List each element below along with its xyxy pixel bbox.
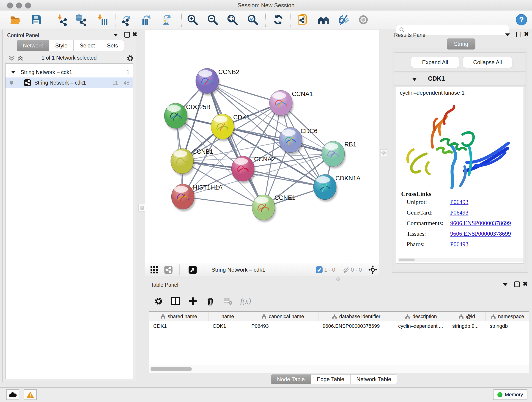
collapse-all-button[interactable]: Collapse All — [463, 57, 512, 68]
navigator-icon[interactable] — [188, 265, 197, 274]
import-network-database-icon[interactable] — [75, 13, 88, 26]
cloud-button[interactable] — [6, 389, 19, 400]
zoom-fit-icon[interactable] — [226, 13, 239, 26]
gear-icon[interactable] — [126, 54, 134, 62]
table-row[interactable]: CDK1CDK1P064939606.ENSP00000378699cyclin… — [149, 321, 529, 331]
tab-edge-table[interactable]: Edge Table — [311, 375, 351, 384]
tab-sets[interactable]: Sets — [101, 40, 124, 51]
function-builder-icon[interactable]: f(x) — [240, 296, 251, 306]
table-cell[interactable]: cyclin–dependent ... — [394, 321, 448, 331]
network-node-CDK1[interactable]: CDK1 — [211, 114, 250, 141]
column-header-namespace[interactable]: namespace — [486, 312, 529, 321]
network-row[interactable]: String Network – cdk1 11 48 — [6, 77, 133, 88]
control-panel-menu-icon[interactable] — [114, 34, 118, 36]
network-node-RB1[interactable]: RB1 — [322, 141, 356, 168]
delete-column-icon[interactable] — [205, 296, 215, 306]
add-column-icon[interactable] — [188, 296, 198, 306]
zoom-in-icon[interactable] — [186, 13, 199, 26]
column-header-description[interactable]: description — [394, 312, 448, 321]
column-header-canonical-name[interactable]: canonical name — [247, 312, 318, 321]
help-icon[interactable]: ? — [515, 13, 528, 26]
export-image-icon[interactable] — [160, 13, 173, 26]
left-splitter-handle[interactable] — [138, 204, 146, 211]
table-gear-icon[interactable] — [153, 296, 164, 306]
import-table-file-icon[interactable] — [96, 13, 109, 26]
table-panel-menu-icon[interactable] — [503, 283, 507, 286]
open-session-icon[interactable] — [9, 13, 22, 26]
result-collapse-icon[interactable] — [412, 77, 417, 81]
table-panel-float-icon[interactable] — [514, 281, 520, 287]
right-splitter-handle[interactable] — [380, 149, 387, 156]
export-table-icon[interactable] — [140, 13, 152, 26]
crosslink-link[interactable]: P06493 — [450, 209, 468, 216]
zoom-out-icon[interactable] — [206, 13, 219, 26]
results-panel-float-icon[interactable] — [516, 32, 521, 37]
table-panel-close-icon[interactable]: ✖ — [523, 281, 528, 287]
tab-style[interactable]: Style — [49, 40, 74, 51]
zoom-selected-icon[interactable] — [246, 13, 259, 26]
memory-button[interactable]: Memory — [493, 389, 527, 400]
column-header-name[interactable]: name — [209, 312, 247, 321]
control-panel-close-icon[interactable]: ✖ — [132, 32, 138, 38]
collection-expand-icon[interactable] — [11, 70, 16, 74]
export-network-icon[interactable] — [120, 13, 133, 26]
table-cell[interactable]: CDK1 — [149, 321, 209, 331]
fit-crosshair-icon[interactable] — [368, 265, 377, 274]
horizontal-splitter-handle[interactable] — [336, 277, 340, 281]
control-panel-float-icon[interactable] — [124, 32, 130, 38]
warning-button[interactable] — [24, 389, 37, 400]
network-node-CDKN1A[interactable]: CDKN1A — [313, 174, 361, 202]
table-cell[interactable]: stringdb — [486, 321, 529, 331]
import-string-document-icon[interactable] — [297, 13, 310, 26]
svg-text:?: ? — [519, 15, 524, 24]
overview-eye-icon[interactable] — [357, 13, 370, 26]
selected-checkbox-icon[interactable] — [315, 265, 324, 274]
show-columns-icon[interactable] — [170, 296, 181, 306]
table-hscrollbar[interactable] — [149, 365, 529, 373]
table-cell[interactable]: P06493 — [247, 321, 318, 331]
string-view-icon[interactable] — [164, 265, 173, 274]
network-collection-row[interactable]: String Network – cdk1 1 — [6, 67, 133, 77]
results-hscroll-thumb[interactable] — [399, 259, 415, 261]
delete-table-icon[interactable] — [223, 296, 234, 306]
crosslink-link[interactable]: P06493 — [450, 241, 468, 248]
import-network-file-icon[interactable] — [56, 13, 69, 26]
network-node-CCNE1[interactable]: CCNE1 — [252, 194, 296, 222]
expand-all-button[interactable]: Expand All — [411, 57, 459, 68]
tab-network[interactable]: Network — [17, 40, 49, 51]
hidden-counts: 0 - 0 — [351, 263, 362, 276]
hidden-eye-icon[interactable] — [342, 265, 351, 274]
crosslink-link[interactable]: P06493 — [450, 199, 468, 206]
cdk1-result-header[interactable]: CDK1 — [394, 73, 526, 85]
tab-string[interactable]: String — [447, 38, 475, 50]
column-header-label: description — [412, 313, 437, 319]
network-node-CCNB2[interactable]: CCNB2 — [196, 68, 239, 96]
crosslink-link[interactable]: 9606.ENSP00000378699 — [450, 220, 511, 227]
results-panel-menu-icon[interactable] — [505, 33, 510, 36]
network-node-label-CCNA1: CCNA1 — [292, 90, 313, 97]
cytoscape-window: Session: New Session — [0, 0, 532, 402]
save-session-icon[interactable] — [30, 13, 43, 26]
tab-select[interactable]: Select — [74, 40, 101, 51]
table-cell[interactable]: CDK1 — [209, 321, 247, 331]
grid-view-icon[interactable] — [150, 265, 159, 274]
refresh-icon[interactable] — [272, 13, 285, 26]
horizontal-splitter[interactable] — [145, 276, 530, 281]
crosslink-link[interactable]: 9606.ENSP00000378699 — [450, 230, 511, 237]
column-header--id[interactable]: @id — [448, 312, 486, 321]
network-node-CDC25B[interactable]: CDC25B — [164, 103, 210, 130]
column-header-shared-name[interactable]: shared name — [149, 312, 209, 321]
column-header-database-identifier[interactable]: database identifier — [318, 312, 394, 321]
toolbar-separator — [290, 13, 291, 27]
results-panel-close-icon[interactable]: ✖ — [524, 31, 529, 37]
network-canvas[interactable]: CCNB2CCNA1CDC25BCDK1CDC6RB1CCNB1CCNA2CDK… — [145, 30, 379, 263]
results-hscrollbar[interactable] — [398, 258, 524, 262]
tab-network-table[interactable]: Network Table — [351, 375, 398, 384]
table-cell[interactable]: stringdb:9... — [448, 321, 486, 331]
table-cell[interactable]: 9606.ENSP00000378699 — [318, 321, 394, 331]
hide-glasses-icon[interactable] — [337, 13, 350, 26]
table-hscroll-thumb[interactable] — [151, 367, 192, 371]
network-node-HIST1H1A[interactable]: HIST1H1A — [171, 184, 222, 211]
home-icon[interactable] — [317, 13, 330, 26]
tab-node-table[interactable]: Node Table — [271, 375, 311, 384]
